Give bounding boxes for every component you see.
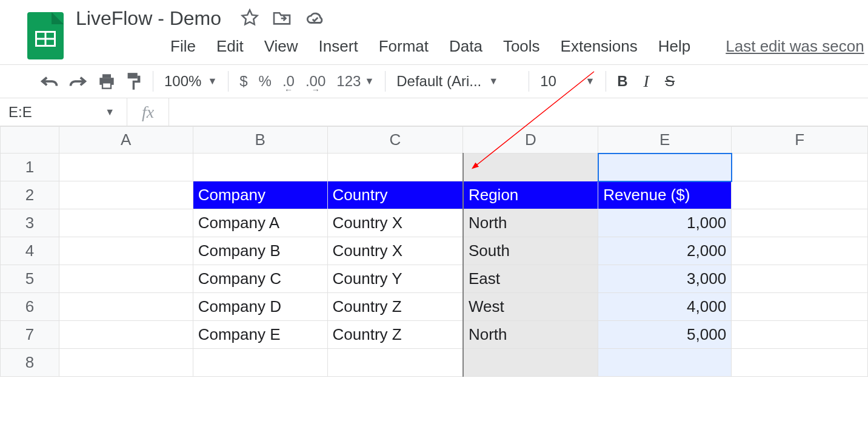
cloud-status-icon[interactable] bbox=[305, 10, 326, 28]
row-header-8[interactable]: 8 bbox=[1, 349, 59, 377]
table-cell[interactable]: 5,000 bbox=[598, 321, 732, 349]
formula-bar[interactable] bbox=[169, 98, 868, 126]
table-cell[interactable]: Country X bbox=[327, 209, 463, 237]
table-cell[interactable]: Company B bbox=[193, 237, 327, 265]
move-icon[interactable] bbox=[272, 10, 292, 28]
table-cell[interactable]: 1,000 bbox=[598, 209, 732, 237]
table-cell[interactable]: 3,000 bbox=[598, 265, 732, 293]
menu-view[interactable]: View bbox=[264, 37, 298, 56]
undo-button[interactable] bbox=[40, 75, 58, 88]
table-cell[interactable]: Country Z bbox=[327, 293, 463, 321]
table-cell[interactable]: 2,000 bbox=[598, 237, 732, 265]
row-header-1[interactable]: 1 bbox=[1, 154, 59, 181]
row-header-6[interactable]: 6 bbox=[1, 293, 59, 321]
fx-icon: fx bbox=[127, 103, 169, 122]
menu-help[interactable]: Help bbox=[658, 37, 690, 56]
row-header-4[interactable]: 4 bbox=[1, 237, 59, 265]
svg-rect-4 bbox=[128, 73, 138, 78]
font-size-select[interactable]: 10▼ bbox=[540, 73, 595, 90]
row-header-3[interactable]: 3 bbox=[1, 209, 59, 237]
spreadsheet-grid[interactable]: A B C D E F 1 2 Company Country Region R… bbox=[0, 126, 868, 377]
col-header-F[interactable]: F bbox=[732, 127, 868, 154]
menu-insert[interactable]: Insert bbox=[319, 37, 358, 56]
print-button[interactable] bbox=[98, 73, 115, 89]
table-cell[interactable]: 4,000 bbox=[598, 293, 732, 321]
italic-button[interactable]: I bbox=[644, 72, 649, 91]
table-cell[interactable]: Country Z bbox=[327, 321, 463, 349]
table-cell[interactable]: Company E bbox=[193, 321, 327, 349]
menu-file[interactable]: File bbox=[170, 37, 196, 56]
table-cell[interactable]: West bbox=[463, 293, 598, 321]
number-format-select[interactable]: 123▼ bbox=[336, 73, 374, 90]
table-header-cell[interactable]: Region bbox=[463, 181, 598, 209]
table-cell[interactable]: North bbox=[463, 321, 598, 349]
menu-data[interactable]: Data bbox=[449, 37, 482, 56]
increase-decimal-button[interactable]: .00→ bbox=[305, 73, 326, 90]
table-cell[interactable]: Company C bbox=[193, 265, 327, 293]
strikethrough-button[interactable]: S bbox=[665, 73, 675, 90]
last-edit-link[interactable]: Last edit was secon bbox=[726, 37, 864, 56]
svg-marker-0 bbox=[242, 10, 258, 24]
star-icon[interactable] bbox=[241, 8, 259, 29]
decrease-decimal-button[interactable]: .0← bbox=[282, 73, 295, 90]
svg-rect-3 bbox=[102, 83, 111, 88]
zoom-select[interactable]: 100%▼ bbox=[164, 73, 217, 90]
table-cell[interactable]: Company D bbox=[193, 293, 327, 321]
table-cell[interactable]: Company A bbox=[193, 209, 327, 237]
table-cell[interactable]: Country X bbox=[327, 237, 463, 265]
row-header-2[interactable]: 2 bbox=[1, 181, 59, 209]
format-percent-button[interactable]: % bbox=[259, 73, 272, 90]
select-all-corner[interactable] bbox=[1, 127, 59, 154]
menu-extensions[interactable]: Extensions bbox=[561, 37, 638, 56]
table-cell[interactable]: South bbox=[463, 237, 598, 265]
table-header-cell[interactable]: Revenue ($) bbox=[598, 181, 732, 209]
col-header-E[interactable]: E bbox=[598, 127, 732, 154]
table-cell[interactable]: Country Y bbox=[327, 265, 463, 293]
col-header-C[interactable]: C bbox=[327, 127, 463, 154]
menu-format[interactable]: Format bbox=[379, 37, 429, 56]
bold-button[interactable]: B bbox=[617, 73, 627, 90]
menu-tools[interactable]: Tools bbox=[503, 37, 540, 56]
svg-rect-1 bbox=[102, 74, 111, 78]
table-header-cell[interactable]: Company bbox=[193, 181, 327, 209]
table-header-cell[interactable]: Country bbox=[327, 181, 463, 209]
font-select[interactable]: Default (Ari...▼ bbox=[396, 73, 518, 90]
paint-format-button[interactable] bbox=[126, 72, 142, 90]
table-cell[interactable]: North bbox=[463, 209, 598, 237]
table-cell[interactable]: East bbox=[463, 265, 598, 293]
row-header-7[interactable]: 7 bbox=[1, 321, 59, 349]
col-header-B[interactable]: B bbox=[193, 127, 327, 154]
row-header-5[interactable]: 5 bbox=[1, 265, 59, 293]
sheets-logo[interactable] bbox=[27, 12, 64, 59]
active-cell[interactable] bbox=[598, 154, 732, 181]
document-title[interactable]: LiveFlow - Demo bbox=[76, 7, 221, 30]
col-header-D[interactable]: D bbox=[463, 127, 598, 154]
format-currency-button[interactable]: $ bbox=[239, 73, 247, 90]
menu-edit[interactable]: Edit bbox=[216, 37, 244, 56]
name-box[interactable]: E:E▼ bbox=[0, 98, 127, 126]
toolbar: 100%▼ $ % .0← .00→ 123▼ Default (Ari...▼… bbox=[0, 65, 868, 98]
col-header-A[interactable]: A bbox=[59, 127, 193, 154]
redo-button[interactable] bbox=[69, 75, 87, 88]
